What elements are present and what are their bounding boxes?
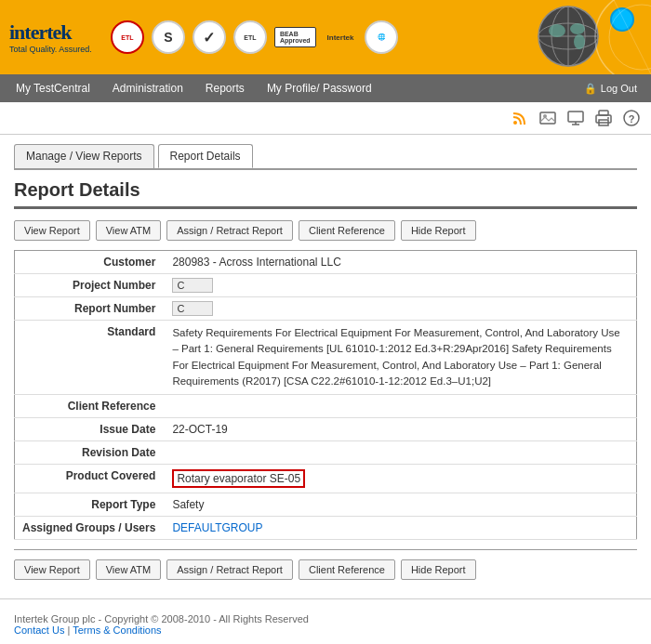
view-atm-button-top[interactable]: View ATM [96, 220, 162, 241]
hide-report-button-bottom[interactable]: Hide Report [401, 559, 476, 580]
customer-row: Customer 280983 - Across International L… [15, 251, 637, 274]
logo: intertek Total Quality. Assured. [9, 20, 92, 54]
product-covered-row: Product Covered Rotary evaporator SE-05 [15, 465, 637, 493]
view-report-button-top[interactable]: View Report [14, 220, 90, 241]
bottom-action-buttons: View Report View ATM Assign / Retract Re… [14, 549, 637, 580]
header-decoration [577, 0, 651, 74]
logout-label: Log Out [601, 83, 637, 94]
logo-text: intertek [9, 20, 92, 45]
assign-retract-button-bottom[interactable]: Assign / Retract Report [166, 559, 293, 580]
issue-date-row: Issue Date 22-OCT-19 [15, 418, 637, 441]
report-number-field: C [172, 301, 213, 316]
details-table: Customer 280983 - Across International L… [14, 250, 637, 540]
icon-toolbar: ? [0, 102, 651, 135]
view-atm-button-bottom[interactable]: View ATM [96, 559, 162, 580]
tab-report-details[interactable]: Report Details [158, 144, 253, 168]
nav-right: 🔒 Log Out [575, 83, 646, 95]
standard-value: Safety Requirements For Electrical Equip… [165, 321, 636, 395]
client-reference-label: Client Reference [15, 395, 166, 418]
footer-links: Contact Us | Terms & Conditions [14, 624, 637, 636]
svg-point-20 [607, 117, 609, 119]
assigned-groups-row: Assigned Groups / Users DEFAULTGROUP [15, 517, 637, 540]
nav-administration[interactable]: Administration [101, 74, 194, 102]
header-badges: ETL S ✓ ETL BEABApproved Intertek 🌐 [111, 20, 399, 54]
product-covered-highlighted: Rotary evaporator SE-05 [172, 469, 305, 488]
svg-point-8 [595, 0, 651, 74]
svg-point-5 [549, 24, 565, 37]
report-number-row: Report Number C [15, 297, 637, 321]
standard-label: Standard [15, 321, 166, 395]
image-icon[interactable] [538, 108, 558, 128]
hide-report-button-top[interactable]: Hide Report [401, 220, 476, 241]
product-covered-value: Rotary evaporator SE-05 [165, 465, 636, 493]
project-number-label: Project Number [15, 274, 166, 297]
svg-point-9 [609, 5, 651, 70]
report-number-value: C [165, 297, 636, 321]
project-number-value: C [165, 274, 636, 297]
client-reference-button-bottom[interactable]: Client Reference [299, 559, 395, 580]
badge-intertek: Intertek [324, 32, 358, 44]
customer-label: Customer [15, 251, 166, 274]
customer-value: 280983 - Across International LLC [165, 251, 636, 274]
issue-date-label: Issue Date [15, 418, 166, 441]
revision-date-row: Revision Date [15, 441, 637, 465]
badge-etl: ETL [111, 20, 144, 54]
monitor-icon[interactable] [565, 108, 586, 128]
nav-my-profile[interactable]: My Profile/ Password [256, 74, 383, 102]
header: intertek Total Quality. Assured. ETL S ✓… [0, 0, 651, 74]
tagline: Total Quality. Assured. [9, 45, 92, 54]
view-report-button-bottom[interactable]: View Report [14, 559, 90, 580]
svg-text:?: ? [629, 113, 635, 125]
page-title: Report Details [14, 179, 637, 209]
svg-point-11 [513, 121, 517, 125]
svg-rect-14 [568, 112, 583, 122]
product-covered-label: Product Covered [15, 465, 166, 493]
report-number-label: Report Number [15, 297, 166, 321]
badge-etl2: ETL [233, 20, 267, 54]
client-reference-button-top[interactable]: Client Reference [299, 220, 395, 241]
client-reference-value [165, 395, 636, 418]
badge-last: 🌐 [365, 20, 398, 54]
badge-check: ✓ [193, 20, 226, 54]
report-type-label: Report Type [15, 493, 166, 517]
standard-row: Standard Safety Requirements For Electri… [15, 321, 637, 395]
lock-icon: 🔒 [584, 83, 597, 95]
svg-rect-12 [540, 112, 555, 124]
tabs-bar: Manage / View Reports Report Details [0, 135, 651, 168]
report-type-value: Safety [165, 493, 636, 517]
project-number-field: C [172, 278, 213, 293]
print-icon[interactable] [593, 108, 614, 128]
issue-date-value: 22-OCT-19 [165, 418, 636, 441]
badge-beab: BEABApproved [274, 27, 316, 47]
assign-retract-button-top[interactable]: Assign / Retract Report [166, 220, 293, 241]
report-type-row: Report Type Safety [15, 493, 637, 517]
revision-date-label: Revision Date [15, 441, 166, 465]
footer: Intertek Group plc - Copyright © 2008-20… [0, 598, 651, 644]
main-content: Report Details View Report View ATM Assi… [0, 170, 651, 589]
footer-copyright: Intertek Group plc - Copyright © 2008-20… [14, 613, 637, 624]
tab-manage-view-reports[interactable]: Manage / View Reports [14, 144, 154, 168]
rss-icon[interactable] [510, 108, 530, 128]
logout-button[interactable]: 🔒 Log Out [575, 83, 646, 95]
help-icon[interactable]: ? [621, 108, 642, 128]
revision-date-value [165, 441, 636, 465]
assigned-groups-value: DEFAULTGROUP [165, 517, 636, 540]
footer-contact-link[interactable]: Contact Us [14, 624, 64, 636]
svg-line-10 [614, 0, 651, 74]
nav-my-testcentral[interactable]: My TestCentral [5, 74, 101, 102]
top-action-buttons: View Report View ATM Assign / Retract Re… [14, 220, 637, 241]
badge-s: S [152, 20, 185, 54]
footer-terms-link[interactable]: Terms & Conditions [73, 624, 161, 636]
assigned-groups-label: Assigned Groups / Users [15, 517, 166, 540]
nav-reports[interactable]: Reports [194, 74, 256, 102]
client-reference-row: Client Reference [15, 395, 637, 418]
navbar: My TestCentral Administration Reports My… [0, 74, 651, 102]
project-number-row: Project Number C [15, 274, 637, 297]
